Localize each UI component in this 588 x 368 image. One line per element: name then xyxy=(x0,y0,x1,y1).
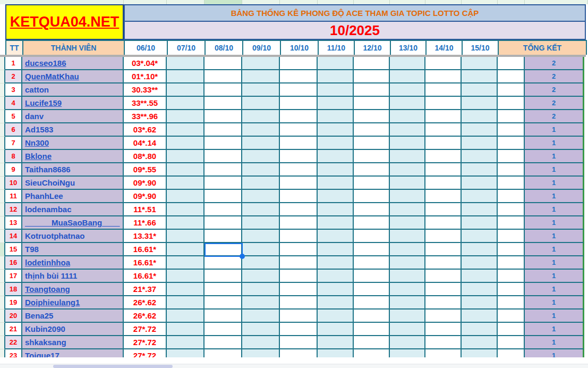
empty-date-cell[interactable] xyxy=(280,256,318,270)
empty-date-cell[interactable] xyxy=(242,203,280,216)
empty-date-cell[interactable] xyxy=(354,216,390,230)
empty-date-cell[interactable] xyxy=(318,203,354,216)
empty-date-cell[interactable] xyxy=(280,203,318,216)
empty-date-cell[interactable] xyxy=(425,57,462,70)
score-cell[interactable]: 09*.90 xyxy=(124,190,167,203)
empty-date-cell[interactable] xyxy=(204,83,242,97)
empty-date-cell[interactable] xyxy=(167,296,204,310)
empty-date-cell[interactable] xyxy=(167,163,204,177)
empty-date-cell[interactable] xyxy=(242,283,280,296)
empty-date-cell[interactable] xyxy=(167,97,204,110)
empty-date-cell[interactable] xyxy=(462,177,498,190)
score-cell[interactable]: 11*.51 xyxy=(124,203,167,216)
empty-date-cell[interactable] xyxy=(390,216,425,230)
score-cell[interactable]: 21*.37 xyxy=(124,283,167,296)
header-date-10-10[interactable]: 10/10 xyxy=(281,41,319,55)
empty-date-cell[interactable] xyxy=(280,123,318,137)
empty-date-cell[interactable] xyxy=(318,163,354,177)
row-number-cell[interactable]: 23 xyxy=(5,349,22,357)
header-date-08-10[interactable]: 08/10 xyxy=(206,41,243,55)
score-cell[interactable]: 11*.66 xyxy=(124,216,167,230)
score-cell[interactable]: 30.33** xyxy=(124,83,167,97)
row-number-cell[interactable]: 3 xyxy=(5,83,22,97)
total-spacer-cell[interactable] xyxy=(498,57,525,70)
empty-date-cell[interactable] xyxy=(167,203,204,216)
row-number-cell[interactable]: 18 xyxy=(5,283,22,296)
empty-date-cell[interactable] xyxy=(167,137,204,150)
empty-date-cell[interactable] xyxy=(242,243,280,256)
empty-date-cell[interactable] xyxy=(242,349,280,357)
empty-date-cell[interactable] xyxy=(390,323,425,336)
empty-date-cell[interactable] xyxy=(242,323,280,336)
empty-date-cell[interactable] xyxy=(280,110,318,123)
member-name-cell[interactable]: shkaksang xyxy=(22,336,124,349)
empty-date-cell[interactable] xyxy=(242,150,280,163)
member-name-cell[interactable]: Kotruotphatnao xyxy=(22,230,124,243)
total-value-cell[interactable]: 1 xyxy=(525,190,584,203)
empty-date-cell[interactable] xyxy=(242,216,280,230)
empty-date-cell[interactable] xyxy=(354,296,390,310)
total-spacer-cell[interactable] xyxy=(498,296,525,310)
empty-date-cell[interactable] xyxy=(167,57,204,70)
empty-date-cell[interactable] xyxy=(242,137,280,150)
score-cell[interactable]: 13.31* xyxy=(124,230,167,243)
header-date-14-10[interactable]: 14/10 xyxy=(427,41,463,55)
empty-date-cell[interactable] xyxy=(167,123,204,137)
empty-date-cell[interactable] xyxy=(242,83,280,97)
total-value-cell[interactable]: 2 xyxy=(525,97,584,110)
member-name-cell[interactable]: lodenambac xyxy=(22,203,124,216)
empty-date-cell[interactable] xyxy=(318,243,354,256)
empty-date-cell[interactable] xyxy=(204,177,242,190)
empty-date-cell[interactable] xyxy=(204,270,242,283)
empty-date-cell[interactable] xyxy=(204,203,242,216)
header-date-07-10[interactable]: 07/10 xyxy=(168,41,206,55)
empty-date-cell[interactable] xyxy=(204,323,242,336)
empty-date-cell[interactable] xyxy=(280,336,318,349)
header-date-15-10[interactable]: 15/10 xyxy=(463,41,499,55)
empty-date-cell[interactable] xyxy=(242,70,280,83)
empty-date-cell[interactable] xyxy=(462,190,498,203)
empty-date-cell[interactable] xyxy=(425,177,462,190)
empty-date-cell[interactable] xyxy=(390,349,425,357)
total-spacer-cell[interactable] xyxy=(498,83,525,97)
member-name-cell[interactable]: catton xyxy=(22,83,124,97)
member-name-cell[interactable]: Ad1583 xyxy=(22,123,124,137)
empty-date-cell[interactable] xyxy=(390,296,425,310)
total-spacer-cell[interactable] xyxy=(498,336,525,349)
score-cell[interactable]: 27*.72 xyxy=(124,323,167,336)
score-cell[interactable]: 33**.55 xyxy=(124,97,167,110)
total-value-cell[interactable]: 1 xyxy=(525,163,584,177)
empty-date-cell[interactable] xyxy=(204,283,242,296)
total-spacer-cell[interactable] xyxy=(498,163,525,177)
selection-fill-handle[interactable] xyxy=(240,254,245,259)
row-number-cell[interactable]: 8 xyxy=(5,150,22,163)
empty-date-cell[interactable] xyxy=(318,83,354,97)
member-name-cell[interactable]: lodetinhhoa xyxy=(22,256,124,270)
empty-date-cell[interactable] xyxy=(318,137,354,150)
empty-date-cell[interactable] xyxy=(280,83,318,97)
empty-date-cell[interactable] xyxy=(280,243,318,256)
empty-date-cell[interactable] xyxy=(318,349,354,357)
empty-date-cell[interactable] xyxy=(354,203,390,216)
empty-date-cell[interactable] xyxy=(390,70,425,83)
empty-date-cell[interactable] xyxy=(462,349,498,357)
row-number-cell[interactable]: 7 xyxy=(5,137,22,150)
row-number-cell[interactable]: 17 xyxy=(5,270,22,283)
empty-date-cell[interactable] xyxy=(354,243,390,256)
empty-date-cell[interactable] xyxy=(390,57,425,70)
empty-date-cell[interactable] xyxy=(167,256,204,270)
empty-date-cell[interactable] xyxy=(390,230,425,243)
member-name-cell[interactable]: Taithan8686 xyxy=(22,163,124,177)
total-spacer-cell[interactable] xyxy=(498,110,525,123)
empty-date-cell[interactable] xyxy=(425,323,462,336)
score-cell[interactable]: 26*.62 xyxy=(124,310,167,323)
empty-date-cell[interactable] xyxy=(390,190,425,203)
empty-date-cell[interactable] xyxy=(280,310,318,323)
empty-date-cell[interactable] xyxy=(462,310,498,323)
total-value-cell[interactable]: 2 xyxy=(525,70,584,83)
empty-date-cell[interactable] xyxy=(390,310,425,323)
empty-date-cell[interactable] xyxy=(390,97,425,110)
empty-date-cell[interactable] xyxy=(242,123,280,137)
empty-date-cell[interactable] xyxy=(462,97,498,110)
empty-date-cell[interactable] xyxy=(242,177,280,190)
